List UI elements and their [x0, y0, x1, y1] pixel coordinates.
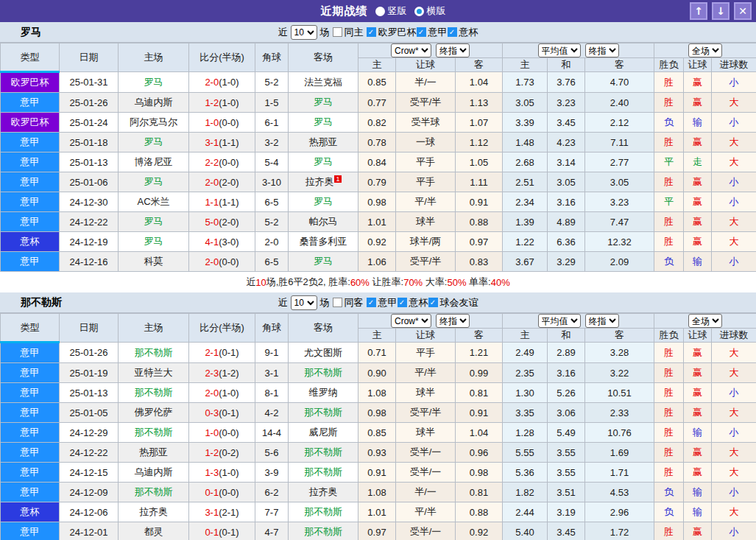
same-venue-checkbox[interactable] — [333, 298, 342, 307]
avg-away-odds: 1.72 — [585, 522, 654, 540]
match-row: 意甲25-01-19亚特兰大2-3(1-2)3-1那不勒斯0.90平/半0.99… — [1, 363, 756, 383]
away-team: 帕尔马 — [289, 212, 358, 232]
league-filters: 意甲意杯球会友谊 — [367, 296, 478, 309]
scroll-down-button[interactable]: ↓ — [712, 2, 729, 20]
corner-count: 6-2 — [255, 483, 289, 502]
summary-text: 让胜率: — [370, 276, 403, 289]
radio-horizontal-layout[interactable]: 横版 — [414, 4, 446, 18]
winlose-result: 胜 — [654, 133, 684, 152]
bookmaker-select[interactable]: Crow* — [391, 43, 431, 57]
crow-closing-select[interactable]: 终指 — [436, 43, 470, 57]
radio-unselected-icon[interactable] — [414, 7, 424, 16]
winlose-result: 胜 — [654, 93, 684, 113]
col-corner: 角球 — [255, 43, 289, 72]
scope-select[interactable]: 全场 — [688, 314, 722, 328]
crow-away-odds: 0.81 — [456, 383, 503, 403]
league-checkbox[interactable] — [398, 298, 407, 307]
match-count-select[interactable]: 10 — [291, 25, 317, 40]
team-name: 那不勒斯 — [0, 296, 62, 309]
goals-result: 大 — [712, 343, 756, 363]
away-team-name: 热那亚 — [309, 136, 338, 147]
radio-selected-icon[interactable] — [375, 7, 385, 16]
average-select[interactable]: 平均值 — [538, 314, 581, 328]
league-filter[interactable]: 意甲 — [367, 296, 398, 309]
avg-draw-odds: 3.45 — [548, 522, 585, 540]
league-checkbox[interactable] — [417, 27, 426, 37]
avg-home-odds: 2.68 — [503, 152, 548, 172]
scope-select[interactable]: 全场 — [688, 43, 722, 57]
score: 1-0(0-0) — [189, 113, 255, 133]
league-filter[interactable]: 意杯 — [398, 296, 428, 309]
avg-away-odds: 1.69 — [585, 443, 654, 463]
match-date: 24-12-30 — [60, 192, 119, 212]
winlose-result: 胜 — [654, 463, 684, 483]
result-group-header: 全场 — [654, 43, 756, 58]
col-winlose: 胜负 — [654, 329, 684, 343]
match-date: 24-12-16 — [60, 252, 119, 272]
league-filter[interactable]: 球会友谊 — [428, 296, 478, 309]
match-date: 25-01-31 — [60, 72, 119, 93]
avg-away-odds: 2.33 — [585, 403, 654, 423]
league-checkbox[interactable] — [367, 298, 376, 307]
same-venue-filter[interactable]: 同客 — [333, 296, 364, 309]
same-venue-label: 同主 — [345, 26, 364, 39]
league-checkbox[interactable] — [448, 27, 457, 37]
away-team-name: 拉齐奥 — [309, 486, 338, 497]
fulltime-score: 2-0 — [205, 77, 219, 88]
away-team-name: 帕尔马 — [309, 216, 338, 227]
crow-closing-select[interactable]: 终指 — [436, 314, 470, 328]
league-checkbox[interactable] — [367, 27, 376, 37]
header-group-row: 类型 日期 主场 比分(半场) 角球 客场 Crow*终指 平均值终指 全场 — [1, 43, 756, 58]
avg-draw-odds: 4.23 — [548, 133, 585, 152]
match-count-select[interactable]: 10 — [291, 295, 317, 310]
crow-handicap: 球半/两 — [396, 232, 456, 252]
home-team: 佛罗伦萨 — [119, 403, 189, 423]
same-venue-checkbox[interactable] — [333, 27, 342, 37]
crow-home-odds: 0.90 — [358, 363, 396, 383]
crow-home-odds: 0.91 — [358, 463, 396, 483]
col-crow-away: 客 — [456, 58, 503, 72]
corner-count: 5-2 — [255, 212, 289, 232]
home-team: 科莫 — [119, 252, 189, 272]
home-team: 阿尔克马尔 — [119, 113, 189, 133]
league-filter[interactable]: 意杯 — [448, 26, 478, 39]
away-team: 罗马 — [289, 192, 358, 212]
crow-handicap: 受平/半 — [396, 252, 456, 272]
same-venue-filter[interactable]: 同主 — [333, 26, 364, 39]
winlose-result: 胜 — [654, 172, 684, 192]
away-team: 罗马 — [289, 152, 358, 172]
halftime-score: (0-0) — [219, 157, 239, 168]
team-name: 罗马 — [0, 26, 41, 39]
avg-closing-select[interactable]: 终指 — [585, 43, 619, 57]
halftime-score: (1-0) — [219, 77, 239, 88]
goals-result: 小 — [712, 252, 756, 272]
average-select[interactable]: 平均值 — [538, 43, 581, 57]
away-team: 罗马 — [289, 93, 358, 113]
corner-count: 7-7 — [255, 502, 289, 522]
crow-handicap: 一球 — [396, 133, 456, 152]
avg-closing-select[interactable]: 终指 — [585, 314, 619, 328]
away-team: 维罗纳 — [289, 383, 358, 403]
bookmaker-select[interactable]: Crow* — [391, 314, 431, 328]
radio-vertical-layout[interactable]: 竖版 — [375, 4, 407, 18]
home-team: 罗马 — [119, 133, 189, 152]
away-team-name: 那不勒斯 — [304, 367, 342, 378]
crow-group-header: Crow*终指 — [358, 43, 503, 58]
close-icon[interactable]: ✕ — [734, 2, 752, 20]
recent-results-window: 近期战绩 竖版 横版 ↑ ↓ ✕ 罗马 近 10 场 — [0, 0, 756, 540]
home-team: 那不勒斯 — [119, 343, 189, 363]
avg-home-odds: 5.40 — [503, 522, 548, 540]
match-row: 意杯24-12-19罗马4-1(3-0)2-0桑普多利亚0.92球半/两0.97… — [1, 232, 756, 252]
league-checkbox[interactable] — [428, 298, 438, 307]
avg-away-odds: 10.51 — [585, 383, 654, 403]
league-filter[interactable]: 欧罗巴杯 — [367, 26, 417, 39]
away-team: 那不勒斯 — [289, 463, 358, 483]
avg-away-odds: 4.70 — [585, 72, 654, 93]
home-team: 那不勒斯 — [119, 483, 189, 502]
league-filter[interactable]: 意甲 — [417, 26, 448, 39]
match-date: 24-12-22 — [60, 212, 119, 232]
scroll-up-button[interactable]: ↑ — [690, 2, 707, 20]
col-goals-result: 进球数 — [712, 329, 756, 343]
corner-count: 3-2 — [255, 133, 289, 152]
corner-count: 1-5 — [255, 93, 289, 113]
